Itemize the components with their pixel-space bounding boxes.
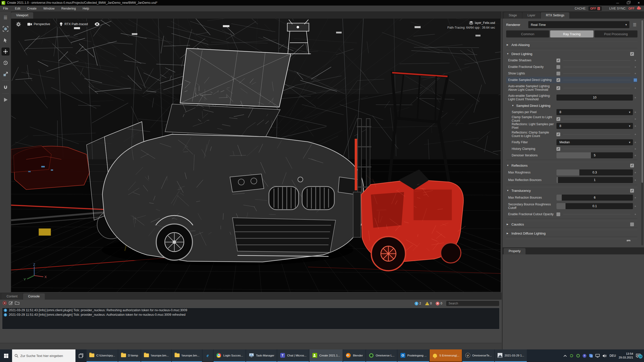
reset-dot[interactable] [635, 197, 636, 198]
taskbar-clock[interactable]: 13:5429.03.2021 [619, 352, 633, 359]
reset-dot[interactable] [635, 125, 636, 127]
open-log-folder-icon[interactable] [15, 301, 19, 306]
reset-dot[interactable] [635, 118, 636, 120]
minimize-button[interactable]: — [612, 0, 623, 6]
taskbar-item-internet-explorer[interactable]: e [203, 349, 213, 362]
reset-dot[interactable] [635, 214, 636, 215]
max-reflection-bounces-slider[interactable]: 1 [556, 177, 633, 183]
reset-dot[interactable] [635, 155, 636, 156]
samples-per-pixel-dropdown[interactable]: 8▼ [556, 109, 633, 115]
menu-create[interactable]: Create [27, 7, 37, 10]
section-enable-checkbox[interactable]: ✓ [630, 164, 634, 167]
cache-toggle[interactable]: OFF [588, 6, 602, 11]
tray-chevron-up-icon[interactable] [564, 355, 567, 357]
taskbar-item-outlook[interactable]: OPosteingang ... [397, 349, 429, 362]
gear-icon[interactable] [16, 22, 21, 27]
taskbar-item-folder-europe1[interactable]: \\europe.bm... [141, 349, 171, 362]
authoring-layer-label[interactable]: layer_Felix.usd [475, 21, 495, 25]
menu-rendering[interactable]: Rendering [61, 7, 76, 10]
checkbox[interactable]: ✓ [556, 65, 560, 69]
close-button[interactable]: ✕ [633, 0, 644, 6]
tab-console[interactable]: Console [23, 293, 45, 300]
taskbar-item-chrome[interactable]: Login Succes... [214, 349, 246, 362]
move-tool-icon[interactable] [2, 48, 10, 56]
checkbox[interactable]: ✓ [556, 212, 560, 216]
play-button-icon[interactable] [2, 96, 10, 104]
tab-content[interactable]: Content [2, 293, 23, 300]
rotate-tool-icon[interactable] [2, 59, 10, 67]
reset-dot[interactable] [635, 66, 636, 68]
override-indicator[interactable] [634, 78, 637, 82]
menu-edit[interactable]: Edit [15, 7, 20, 10]
viewport-render[interactable] [11, 19, 501, 292]
start-button[interactable] [0, 349, 12, 362]
select-mode-icon[interactable] [2, 25, 10, 33]
tab-stage[interactable]: Stage [504, 12, 522, 19]
console-log-area[interactable]: i2021-03-29 11:51:43 [Info] [omni.client… [2, 308, 500, 329]
tab-layer[interactable]: Layer [522, 12, 540, 19]
checkbox[interactable]: ✓ [556, 132, 560, 136]
taskbar-item-photos[interactable]: 2021-03-29 1... [495, 349, 527, 362]
render-mode-button[interactable]: RTX Path-traced [57, 21, 91, 27]
section-header[interactable]: ▶ Anti-Aliasing [506, 41, 637, 48]
keyboard-language[interactable]: DEU [610, 354, 616, 357]
clear-console-icon[interactable] [3, 301, 7, 306]
reset-dot[interactable] [635, 179, 636, 181]
subsection-sampled-direct-lighting[interactable]: ▼ Sampled Direct Lighting [506, 102, 637, 109]
tray-sync-icon[interactable] [570, 354, 574, 358]
taskbar-item-folder-europe2[interactable]: \\europe.bm... [172, 349, 202, 362]
reset-dot[interactable] [635, 134, 636, 135]
console-search-input[interactable] [446, 301, 499, 306]
cursor-tool-icon[interactable] [2, 36, 10, 44]
checkbox[interactable]: ✓ [556, 72, 560, 75]
section-header[interactable]: ▶ Indirect Diffuse Lighting [506, 230, 637, 237]
tab-rtx-settings[interactable]: RTX Settings [541, 12, 569, 19]
checkbox[interactable]: ✓ [556, 117, 560, 121]
menu-burger-icon[interactable]: ☰ [2, 14, 10, 22]
menu-help[interactable]: Help [83, 7, 89, 10]
section-enable-checkbox[interactable]: ✓ [630, 52, 634, 56]
reset-dot[interactable] [635, 87, 636, 89]
taskbar-item-create[interactable]: Create 2021.1... [309, 349, 342, 362]
light-count-threshold-field[interactable]: 10 [556, 95, 633, 101]
maximize-button[interactable] [623, 0, 633, 6]
mode-ray-tracing-button[interactable]: Ray Tracing [550, 30, 593, 37]
info-count[interactable]: i2 [415, 302, 421, 305]
taskbar-item-blender[interactable]: Blender [343, 349, 366, 362]
taskbar-item-task-manager[interactable]: Task-Manager [246, 349, 277, 362]
section-header[interactable]: ▼ Direct Lighting ✓ [506, 51, 637, 57]
tray-network-icon[interactable] [595, 354, 600, 358]
menu-file[interactable]: File [3, 7, 8, 10]
mode-common-button[interactable]: Common [506, 30, 549, 37]
section-header[interactable]: ▶ Caustics ✓ [506, 221, 637, 228]
error-count[interactable]: ✕0 [436, 302, 442, 305]
taskbar-item-omniverse-te[interactable]: UOmniverseTe... [462, 349, 494, 362]
section-enable-checkbox[interactable]: ✓ [627, 240, 630, 241]
tray-onedrive-icon[interactable] [589, 354, 593, 357]
tray-teams-icon[interactable]: T [583, 354, 586, 358]
section-header[interactable]: ▼ Reflections ✓ [506, 162, 637, 169]
task-view-button[interactable] [75, 349, 87, 362]
camera-selector-button[interactable]: Perspective [24, 21, 53, 27]
snap-tool-icon[interactable] [2, 83, 10, 91]
reset-dot[interactable] [635, 206, 636, 207]
reset-dot[interactable] [635, 73, 636, 74]
menu-window[interactable]: Window [43, 7, 54, 10]
eye-icon[interactable] [94, 22, 100, 26]
live-sync-value[interactable]: OFF [628, 7, 634, 10]
section-header[interactable]: ▼ Translucency ✓ [506, 187, 637, 194]
log-line[interactable]: i2021-03-29 11:51:43 [Info] [omni.client… [2, 312, 499, 317]
reset-dot[interactable] [635, 97, 636, 98]
denoiser-iterations-slider[interactable]: 5 [556, 152, 633, 158]
max-roughness-slider[interactable]: 0.3 [556, 169, 633, 175]
reset-dot[interactable] [635, 60, 636, 61]
edit-log-icon[interactable] [9, 301, 13, 306]
tray-omniverse-icon[interactable] [576, 354, 580, 357]
firefly-filter-dropdown[interactable]: Median▼ [556, 139, 633, 145]
checkbox[interactable]: ✓ [556, 147, 560, 151]
reset-dot[interactable] [635, 112, 636, 113]
renderer-options-icon[interactable]: ☰ [632, 22, 637, 27]
checkbox[interactable]: ✓ [556, 78, 560, 82]
taskbar-item-teams[interactable]: TChat | Micros... [277, 349, 309, 362]
tab-property[interactable]: Property [504, 248, 526, 254]
